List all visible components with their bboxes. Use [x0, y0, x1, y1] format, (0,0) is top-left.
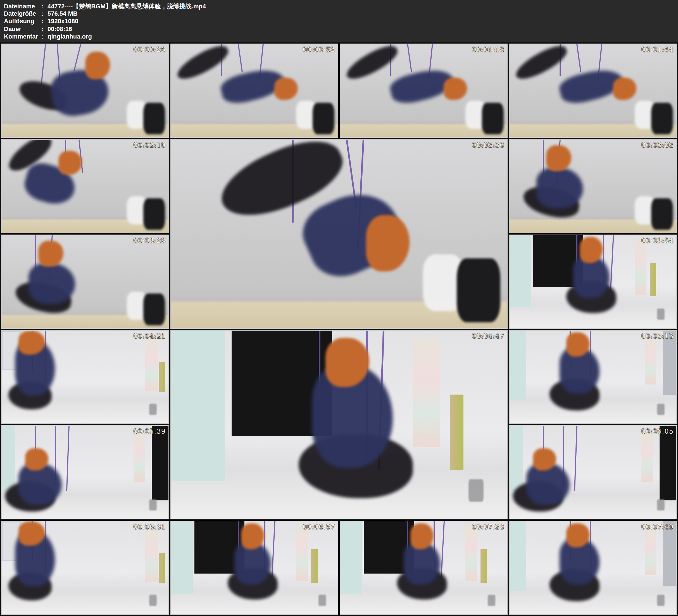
thumbnail-image — [2, 140, 168, 233]
meta-label: Auflösung — [4, 17, 41, 25]
thumbnail-timestamp: 00:04:21 — [133, 332, 166, 340]
thumbnail-timestamp: 00:00:26 — [133, 46, 166, 53]
thumbnail-image — [2, 426, 168, 519]
thumbnail-image — [340, 521, 507, 614]
meta-value-filesize: 576.54 MB — [47, 10, 675, 17]
video-thumbnail: 00:05:13 — [509, 330, 677, 424]
thumbnail-timestamp: 00:03:02 — [641, 141, 674, 149]
thumbnail-timestamp: 00:06:57 — [303, 523, 335, 531]
thumbnail-image — [2, 521, 168, 614]
video-thumbnail: 00:07:23 — [340, 521, 507, 615]
meta-label: Dauer — [4, 26, 41, 33]
meta-label: Dateiname — [4, 3, 41, 10]
thumbnail-image — [171, 140, 507, 328]
thumbnail-timestamp: 00:06:31 — [133, 523, 166, 531]
thumbnail-image — [510, 140, 676, 233]
meta-value-resolution: 1920x1080 — [47, 17, 675, 25]
thumbnail-image — [2, 331, 168, 424]
thumbnail-timestamp: 00:05:13 — [641, 332, 674, 340]
thumbnail-timestamp: 00:00:52 — [303, 46, 335, 53]
meta-separator: : — [41, 33, 47, 40]
meta-row-comment: Kommentar:qinglanhua.org — [4, 33, 675, 41]
meta-separator: : — [41, 17, 47, 25]
file-metadata-header: Dateiname:44772----【楚鸽BGM】新模离离悬缚体验，脱缚挑战.… — [0, 0, 678, 42]
video-thumbnail: 00:03:02 — [509, 139, 677, 233]
thumbnail-timestamp: 00:02:10 — [133, 141, 166, 149]
video-thumbnail: 00:03:54 — [509, 235, 677, 329]
thumbnail-image — [2, 235, 168, 328]
meta-row-filename: Dateiname:44772----【楚鸽BGM】新模离离悬缚体验，脱缚挑战.… — [4, 2, 675, 10]
video-thumbnail: 00:06:57 — [171, 521, 338, 615]
meta-separator: : — [41, 3, 47, 10]
video-thumbnail: 00:00:52 — [171, 44, 338, 138]
thumbnail-timestamp: 00:07:49 — [641, 523, 674, 531]
meta-row-duration: Dauer:00:08:16 — [4, 26, 675, 33]
thumbnail-image — [510, 521, 676, 614]
meta-label: Kommentar — [4, 33, 41, 40]
video-thumbnail-large: 00:04:47 — [171, 330, 507, 519]
thumbnail-timestamp: 00:01:44 — [641, 46, 674, 53]
meta-row-resolution: Auflösung:1920x1080 — [4, 17, 675, 26]
meta-value-comment: qinglanhua.org — [47, 33, 675, 40]
thumbnail-image — [510, 331, 676, 424]
video-thumbnail: 00:05:39 — [1, 425, 169, 519]
thumbnail-timestamp: 00:03:28 — [133, 237, 166, 244]
thumbnail-image — [510, 426, 676, 519]
thumbnail-image — [171, 44, 338, 137]
thumbnail-timestamp: 00:05:39 — [133, 427, 166, 435]
video-thumbnail: 00:02:10 — [1, 139, 169, 233]
thumbnail-image — [510, 44, 676, 137]
meta-row-filesize: Dateigröße:576.54 MB — [4, 10, 675, 18]
video-thumbnail: 00:03:28 — [1, 235, 169, 329]
thumbnail-timestamp: 00:06:05 — [641, 427, 674, 435]
video-thumbnail: 00:01:44 — [509, 44, 677, 138]
video-thumbnail: 00:06:05 — [509, 425, 677, 519]
meta-separator: : — [41, 10, 47, 17]
thumbnail-image — [510, 235, 676, 328]
thumbnail-timestamp: 00:01:18 — [472, 46, 504, 53]
thumbnail-timestamp: 00:02:36 — [472, 141, 504, 149]
video-thumbnail: 00:01:18 — [340, 44, 507, 138]
thumbnail-image — [2, 44, 168, 137]
thumbnail-image — [171, 521, 338, 614]
thumbnail-image — [340, 44, 507, 137]
meta-label: Dateigröße — [4, 10, 41, 17]
video-thumbnail-large: 00:02:36 — [171, 139, 507, 329]
contact-sheet-grid: 00:00:26 00:00:52 00:01:18 00:01:44 00:0… — [0, 42, 678, 616]
video-thumbnail: 00:06:31 — [1, 521, 169, 615]
thumbnail-image — [171, 331, 507, 519]
meta-separator: : — [41, 26, 47, 33]
meta-value-filename: 44772----【楚鸽BGM】新模离离悬缚体验，脱缚挑战.mp4 — [47, 2, 675, 11]
thumbnail-timestamp: 00:04:47 — [472, 332, 504, 340]
video-thumbnail: 00:07:49 — [509, 521, 677, 615]
meta-value-duration: 00:08:16 — [47, 26, 675, 33]
video-thumbnail: 00:00:26 — [1, 44, 169, 138]
video-thumbnail: 00:04:21 — [1, 330, 169, 424]
thumbnail-timestamp: 00:07:23 — [472, 523, 504, 531]
thumbnail-timestamp: 00:03:54 — [641, 237, 674, 244]
